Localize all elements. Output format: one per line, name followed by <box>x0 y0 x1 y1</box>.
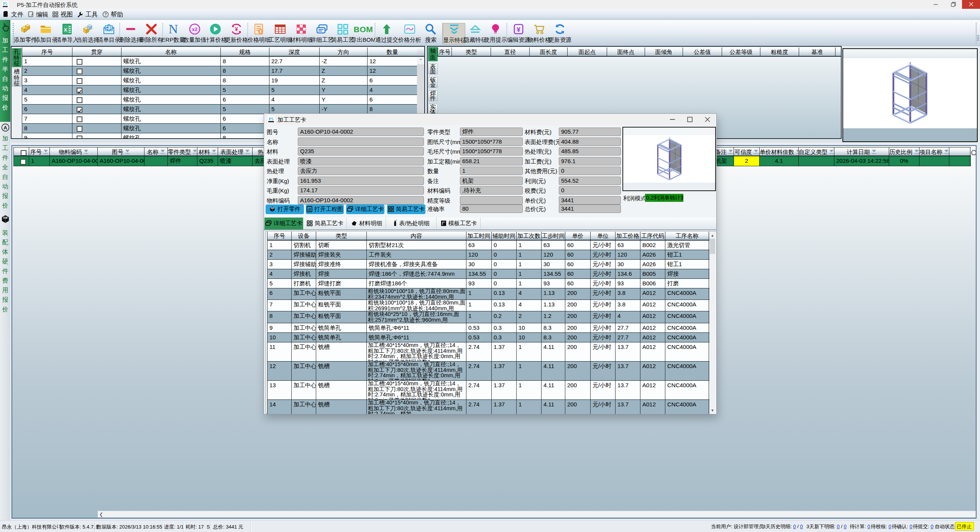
svg-text:¥: ¥ <box>259 29 262 34</box>
svg-text:P5: P5 <box>269 116 274 121</box>
svg-text:P5: P5 <box>3 2 7 6</box>
svg-text:¥: ¥ <box>517 26 520 33</box>
svg-text:x2: x2 <box>192 26 197 32</box>
svg-text:SW: SW <box>271 207 274 209</box>
svg-text:BOM: BOM <box>354 25 373 34</box>
svg-text:x: x <box>64 26 67 33</box>
svg-text:N: N <box>169 23 178 35</box>
svg-text:A: A <box>3 125 7 131</box>
svg-text:¥: ¥ <box>235 26 238 32</box>
svg-text:?: ? <box>104 12 107 16</box>
svg-text:SW: SW <box>3 216 8 219</box>
